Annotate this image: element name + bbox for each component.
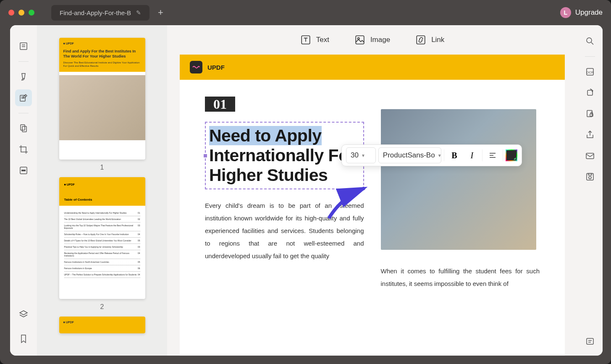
notes-button[interactable] bbox=[582, 334, 598, 349]
brand-name: UPDF bbox=[207, 64, 225, 71]
heading-edit-box[interactable]: Need to Apply Internationally For Higher… bbox=[205, 122, 364, 189]
svg-rect-9 bbox=[21, 170, 26, 171]
page-thumbnail-3[interactable]: ■ UPDF bbox=[59, 317, 145, 333]
ocr-button[interactable]: OCR bbox=[582, 64, 598, 79]
organize-pages-tool[interactable] bbox=[15, 120, 32, 137]
svg-rect-11 bbox=[356, 36, 364, 44]
svg-rect-7 bbox=[22, 126, 26, 132]
bold-button[interactable]: B bbox=[447, 148, 462, 163]
svg-rect-28 bbox=[588, 173, 592, 175]
svg-rect-6 bbox=[21, 125, 25, 130]
add-image-button[interactable]: Image bbox=[354, 34, 390, 45]
svg-rect-13 bbox=[417, 36, 425, 44]
right-toolbar: OCR bbox=[577, 25, 603, 356]
share-button[interactable] bbox=[582, 127, 598, 142]
rotate-button[interactable] bbox=[582, 85, 598, 100]
thumbnail-number: 2 bbox=[100, 303, 104, 311]
window-maximize[interactable] bbox=[29, 10, 34, 16]
chevron-down-icon: ▼ bbox=[361, 153, 365, 158]
updf-logo-icon bbox=[190, 61, 202, 73]
layers-tool[interactable] bbox=[15, 306, 32, 323]
upgrade-button[interactable]: Upgrade bbox=[575, 8, 603, 17]
annotation-arrow bbox=[325, 181, 375, 223]
window-minimize[interactable] bbox=[18, 10, 24, 16]
svg-rect-24 bbox=[590, 114, 593, 116]
body-paragraph-right[interactable]: When it comes to fulfilling the student … bbox=[381, 265, 540, 290]
svg-rect-0 bbox=[20, 43, 27, 50]
font-size-select[interactable]: 30 ▼ bbox=[346, 147, 376, 163]
svg-rect-25 bbox=[586, 153, 594, 159]
avatar[interactable]: L bbox=[560, 7, 571, 18]
mail-button[interactable] bbox=[582, 148, 598, 163]
text-format-toolbar: 30 ▼ ProductSans-Bo ▼ B I bbox=[341, 144, 522, 166]
window-close[interactable] bbox=[8, 10, 14, 16]
font-family-select[interactable]: ProductSans-Bo ▼ bbox=[378, 147, 441, 163]
page-thumbnail-1[interactable]: ■ UPDF Find and Apply For the Best Insti… bbox=[59, 38, 145, 160]
thumbnails-panel: ■ UPDF Find and Apply For the Best Insti… bbox=[37, 25, 167, 356]
chapter-number: 01 bbox=[205, 97, 235, 112]
align-button[interactable] bbox=[485, 148, 500, 163]
text-color-button[interactable] bbox=[506, 149, 517, 161]
italic-button[interactable]: I bbox=[464, 148, 480, 163]
add-link-button[interactable]: Link bbox=[415, 34, 444, 45]
tab-title: Find-and-Apply-For-the-B bbox=[60, 9, 131, 16]
protect-button[interactable] bbox=[582, 106, 598, 121]
page-thumbnail-2[interactable]: ■ UPDF Table of Contents Understanding t… bbox=[59, 177, 145, 299]
titlebar: Find-and-Apply-For-the-B ✎ + L Upgrade bbox=[0, 0, 611, 25]
heading-selected-text[interactable]: Need to Apply bbox=[209, 126, 322, 145]
bookmark-tool[interactable] bbox=[15, 330, 32, 347]
crop-tool[interactable] bbox=[15, 141, 32, 158]
reader-tool[interactable] bbox=[15, 38, 32, 55]
save-button[interactable] bbox=[582, 169, 598, 184]
search-button[interactable] bbox=[582, 34, 598, 49]
pencil-icon[interactable]: ✎ bbox=[136, 9, 141, 16]
document-tab[interactable]: Find-and-Apply-For-the-B ✎ bbox=[51, 5, 149, 21]
document-photo[interactable] bbox=[381, 109, 536, 250]
new-tab-button[interactable]: + bbox=[153, 7, 168, 18]
left-toolbar bbox=[10, 25, 37, 356]
svg-rect-29 bbox=[587, 338, 593, 344]
edit-tool[interactable] bbox=[15, 89, 32, 106]
svg-line-19 bbox=[591, 42, 593, 45]
redact-tool[interactable] bbox=[15, 162, 32, 179]
svg-text:OCR: OCR bbox=[586, 71, 594, 74]
svg-point-27 bbox=[589, 176, 591, 179]
add-text-button[interactable]: Text bbox=[300, 34, 329, 45]
chevron-down-icon: ▼ bbox=[438, 153, 441, 158]
highlighter-tool[interactable] bbox=[15, 68, 32, 85]
svg-point-18 bbox=[587, 38, 592, 43]
document-content: Text Image Link UPDF bbox=[167, 25, 577, 356]
heading-rest-text[interactable]: Internationally For Higher Studies bbox=[209, 146, 355, 185]
thumbnail-number: 1 bbox=[100, 164, 104, 171]
